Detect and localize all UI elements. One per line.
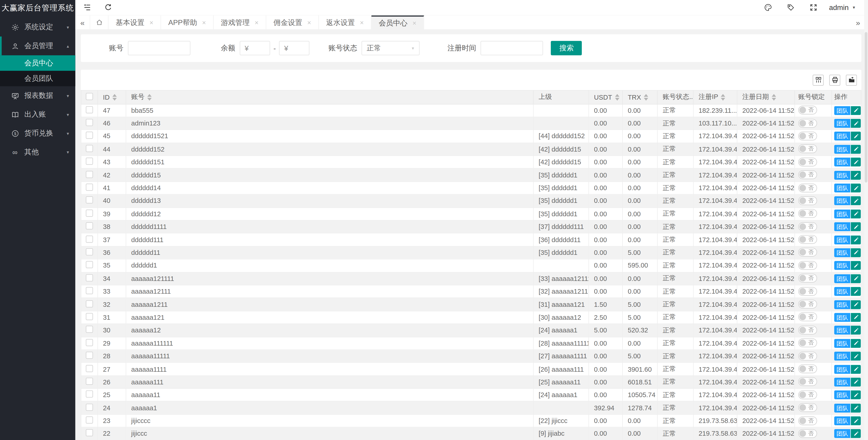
row-checkbox[interactable] xyxy=(86,145,93,152)
column-header[interactable]: 账号锁定 xyxy=(795,90,832,104)
lock-toggle[interactable]: 否 xyxy=(798,183,817,192)
edit-button[interactable] xyxy=(851,197,861,205)
tab-member-center[interactable]: 会员中心× xyxy=(371,15,424,29)
team-button[interactable]: 团队 xyxy=(834,106,850,115)
sidebar-item-system-settings[interactable]: 系统设定 ▼ xyxy=(0,18,75,37)
team-button[interactable]: 团队 xyxy=(834,183,850,193)
sidebar-item-transactions[interactable]: 出入账 ▼ xyxy=(0,105,75,124)
sidebar-item-member-management[interactable]: 会员管理 ▲ xyxy=(0,37,75,55)
fullscreen-icon[interactable] xyxy=(806,0,821,14)
row-checkbox[interactable] xyxy=(86,300,93,307)
team-button[interactable]: 团队 xyxy=(834,326,850,335)
lock-toggle[interactable]: 否 xyxy=(798,326,817,335)
tab-basic-settings[interactable]: 基本设置× xyxy=(108,15,161,29)
column-header[interactable]: 注册IP xyxy=(693,90,737,104)
team-button[interactable]: 团队 xyxy=(834,223,850,231)
lock-toggle[interactable]: 否 xyxy=(798,365,817,373)
row-checkbox[interactable] xyxy=(86,287,93,294)
team-button[interactable]: 团队 xyxy=(834,391,850,399)
edit-button[interactable] xyxy=(851,158,861,167)
row-checkbox[interactable] xyxy=(86,119,93,126)
row-checkbox[interactable] xyxy=(86,416,93,424)
close-icon[interactable]: × xyxy=(202,19,206,26)
edit-button[interactable] xyxy=(851,183,861,193)
lock-toggle[interactable]: 否 xyxy=(798,261,817,270)
lock-toggle[interactable]: 否 xyxy=(798,158,817,166)
lock-toggle[interactable]: 否 xyxy=(798,119,817,128)
team-button[interactable]: 团队 xyxy=(834,248,850,257)
team-button[interactable]: 团队 xyxy=(834,209,850,218)
team-button[interactable]: 团队 xyxy=(834,378,850,386)
team-button[interactable]: 团队 xyxy=(834,352,850,361)
close-icon[interactable]: × xyxy=(412,19,416,27)
edit-button[interactable] xyxy=(851,313,861,322)
sort-icon[interactable] xyxy=(147,94,152,101)
column-header[interactable]: USDT xyxy=(589,90,623,104)
edit-button[interactable] xyxy=(851,106,861,115)
tab-game-management[interactable]: 游戏管理× xyxy=(214,15,267,29)
account-input[interactable] xyxy=(128,41,190,55)
user-menu[interactable]: admin ▼ xyxy=(829,3,856,12)
filter-columns-icon[interactable] xyxy=(813,74,824,86)
edit-button[interactable] xyxy=(851,261,861,270)
vertical-scrollbar[interactable] xyxy=(864,0,868,440)
lock-toggle[interactable]: 否 xyxy=(798,106,817,114)
lock-toggle[interactable]: 否 xyxy=(798,170,817,179)
edit-button[interactable] xyxy=(851,326,861,335)
edit-button[interactable] xyxy=(851,171,861,179)
close-icon[interactable]: × xyxy=(307,19,311,26)
edit-button[interactable] xyxy=(851,403,861,412)
row-checkbox[interactable] xyxy=(86,261,93,268)
register-time-input[interactable] xyxy=(481,41,543,55)
search-button[interactable]: 搜索 xyxy=(551,41,582,55)
team-button[interactable]: 团队 xyxy=(834,313,850,322)
row-checkbox[interactable] xyxy=(86,352,93,359)
team-button[interactable]: 团队 xyxy=(834,261,850,270)
team-button[interactable]: 团队 xyxy=(834,145,850,154)
team-button[interactable]: 团队 xyxy=(834,365,850,374)
team-button[interactable]: 团队 xyxy=(834,300,850,309)
row-checkbox[interactable] xyxy=(86,248,93,256)
tab-app-help[interactable]: APP帮助× xyxy=(161,15,214,29)
team-button[interactable]: 团队 xyxy=(834,171,850,179)
row-checkbox[interactable] xyxy=(86,183,93,191)
home-tab[interactable] xyxy=(90,15,108,29)
edit-button[interactable] xyxy=(851,429,861,438)
team-button[interactable]: 团队 xyxy=(834,158,850,167)
lock-toggle[interactable]: 否 xyxy=(798,377,817,386)
edit-button[interactable] xyxy=(851,132,861,141)
lock-toggle[interactable]: 否 xyxy=(798,403,817,412)
tabs-scroll-left-icon[interactable]: « xyxy=(75,15,90,29)
sort-icon[interactable] xyxy=(721,94,725,101)
team-button[interactable]: 团队 xyxy=(834,119,850,128)
lock-toggle[interactable]: 否 xyxy=(798,416,817,425)
column-header[interactable]: 注册日期 xyxy=(737,90,795,104)
tab-rebate-settings[interactable]: 返水设置× xyxy=(319,15,372,29)
tag-icon[interactable] xyxy=(784,0,798,14)
team-button[interactable]: 团队 xyxy=(834,339,850,348)
column-header[interactable]: 上级 xyxy=(533,90,589,104)
lock-toggle[interactable]: 否 xyxy=(798,274,817,283)
lock-toggle[interactable]: 否 xyxy=(798,390,817,399)
sidebar-item-other[interactable]: ∞ 其他 ▼ xyxy=(0,143,75,162)
column-header[interactable]: TRX xyxy=(622,90,657,104)
tab-commission-settings[interactable]: 佣金设置× xyxy=(266,15,319,29)
team-button[interactable]: 团队 xyxy=(834,235,850,244)
lock-toggle[interactable]: 否 xyxy=(798,300,817,309)
row-checkbox[interactable] xyxy=(86,158,93,165)
collapse-sidebar-icon[interactable] xyxy=(80,0,94,14)
close-icon[interactable]: × xyxy=(150,19,153,26)
team-button[interactable]: 团队 xyxy=(834,416,850,425)
export-icon[interactable] xyxy=(846,74,857,86)
lock-toggle[interactable]: 否 xyxy=(798,132,817,140)
edit-button[interactable] xyxy=(851,235,861,244)
lock-toggle[interactable]: 否 xyxy=(798,222,817,231)
team-button[interactable]: 团队 xyxy=(834,274,850,283)
edit-button[interactable] xyxy=(851,391,861,399)
lock-toggle[interactable]: 否 xyxy=(798,313,817,321)
lock-toggle[interactable]: 否 xyxy=(798,235,817,244)
row-checkbox[interactable] xyxy=(86,209,93,217)
select-all-cell[interactable] xyxy=(81,90,98,104)
close-icon[interactable]: × xyxy=(255,19,258,26)
balance-min-input[interactable] xyxy=(240,41,270,55)
